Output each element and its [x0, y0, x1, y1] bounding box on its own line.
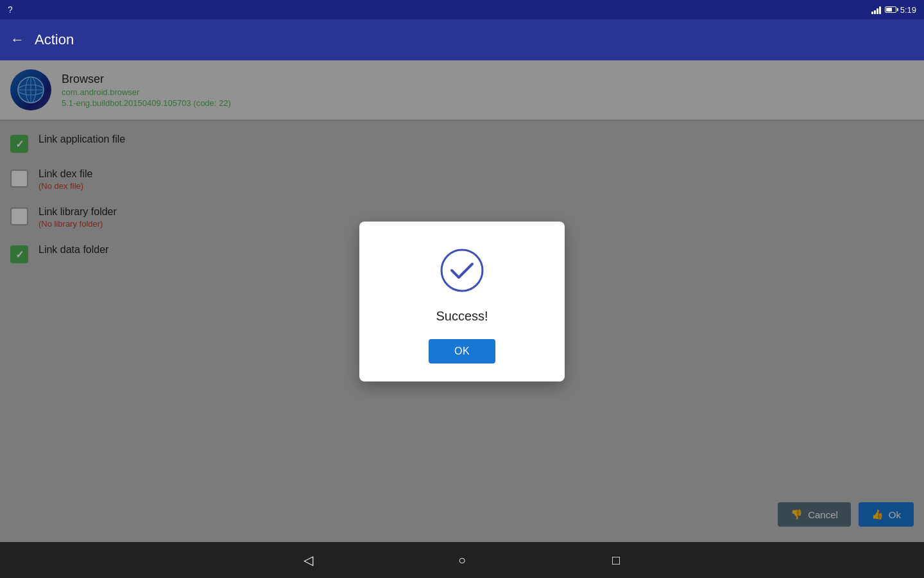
nav-back-button[interactable]: ◁ — [295, 547, 321, 573]
status-bar: ? 5:19 — [0, 0, 924, 19]
status-left: ? — [8, 4, 13, 15]
success-dialog: Success! OK — [359, 222, 565, 381]
battery-icon — [885, 6, 896, 13]
help-icon: ? — [8, 4, 13, 15]
page-title: Action — [35, 31, 74, 48]
dialog-ok-button[interactable]: OK — [429, 339, 495, 363]
time-display: 5:19 — [900, 5, 916, 15]
signal-icon — [871, 5, 881, 14]
nav-recent-button[interactable]: □ — [603, 547, 629, 573]
dialog-message: Success! — [436, 309, 488, 324]
app-bar: ← Action — [0, 19, 924, 60]
nav-bar: ◁ ○ □ — [0, 542, 924, 578]
status-right: 5:19 — [871, 5, 916, 15]
overlay: Success! OK — [0, 60, 924, 542]
nav-home-button[interactable]: ○ — [449, 547, 475, 573]
success-icon — [439, 247, 485, 293]
svg-point-6 — [441, 250, 483, 291]
back-button[interactable]: ← — [10, 31, 24, 48]
